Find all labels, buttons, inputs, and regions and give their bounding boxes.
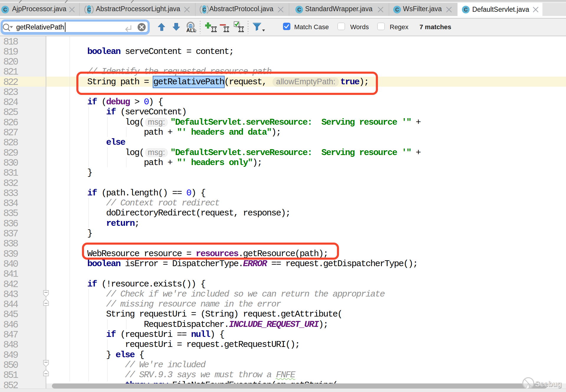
- svg-text:DefaultServlet.java: DefaultServlet.java: [472, 6, 529, 13]
- svg-text:ALL: ALL: [186, 27, 196, 33]
- svg-text:C: C: [464, 6, 468, 12]
- svg-text:Seebug: Seebug: [535, 380, 562, 388]
- svg-text:C: C: [3, 6, 7, 12]
- svg-text:C: C: [87, 6, 91, 12]
- svg-text:C: C: [297, 6, 301, 12]
- svg-text:C: C: [203, 6, 206, 12]
- svg-text:C: C: [395, 6, 399, 12]
